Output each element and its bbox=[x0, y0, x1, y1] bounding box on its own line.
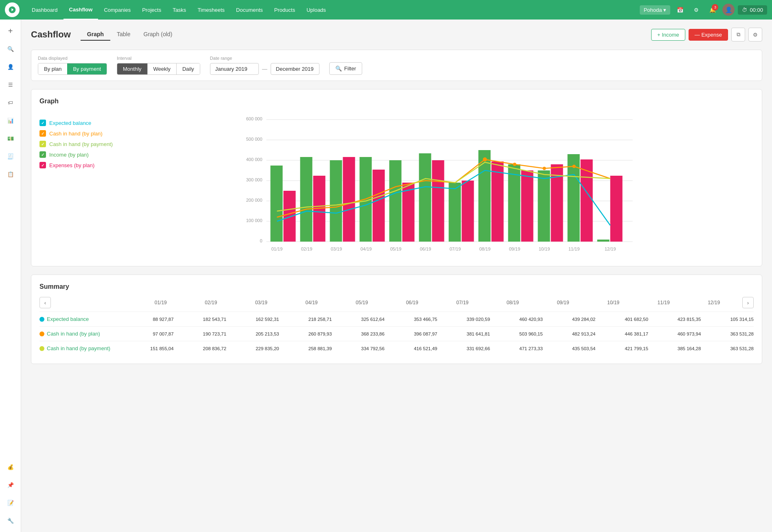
tab-graph[interactable]: Graph bbox=[81, 28, 110, 41]
sidebar-invoice-btn[interactable]: 🧾 bbox=[2, 148, 19, 164]
date-from-input[interactable] bbox=[210, 63, 259, 75]
tab-graph-old[interactable]: Graph (old) bbox=[137, 28, 179, 41]
svg-rect-26 bbox=[449, 183, 461, 242]
svg-text:12/19: 12/19 bbox=[605, 246, 616, 251]
sidebar-bottom-4[interactable]: 🔧 bbox=[2, 512, 19, 529]
copy-icon-btn[interactable]: ⧉ bbox=[731, 28, 745, 41]
svg-text:07/19: 07/19 bbox=[450, 246, 461, 251]
sidebar-bottom-3[interactable]: 📝 bbox=[2, 495, 19, 511]
graph-content: ✓ Expected balance ✓ Cash in hand (by pl… bbox=[39, 111, 754, 258]
cashflow-chart: .grid-line { stroke: #e0e0e0; stroke-wid… bbox=[121, 111, 754, 258]
label-spacer bbox=[54, 300, 136, 305]
svg-rect-25 bbox=[432, 160, 444, 242]
svg-text:04/19: 04/19 bbox=[361, 246, 372, 251]
date-to-input[interactable] bbox=[271, 63, 319, 75]
nav-link-companies[interactable]: Companies bbox=[98, 0, 136, 20]
nav-link-projects[interactable]: Projects bbox=[136, 0, 167, 20]
calendar-icon-btn[interactable]: 📅 bbox=[674, 3, 687, 16]
cash-in-hand-payment-link[interactable]: Cash in hand (by payment) bbox=[47, 345, 110, 351]
summary-row-expected: Expected balance 88 927,87 182 543,71 16… bbox=[39, 312, 754, 326]
svg-text:400 000: 400 000 bbox=[246, 157, 262, 162]
expected-balance-link[interactable]: Expected balance bbox=[47, 316, 89, 322]
avatar[interactable]: 👤 bbox=[722, 4, 735, 16]
date-range-inputs: — bbox=[210, 63, 319, 75]
cpm-val-5: 334 792,56 bbox=[332, 346, 385, 351]
cp-val-9: 482 913,24 bbox=[543, 331, 596, 336]
months-header: 01/19 02/19 03/19 04/19 05/19 06/19 07/1… bbox=[54, 300, 739, 305]
svg-rect-29 bbox=[492, 161, 504, 242]
cpm-val-6: 416 521,49 bbox=[385, 346, 437, 351]
cpm-val-1: 151 855,04 bbox=[121, 346, 174, 351]
svg-rect-14 bbox=[271, 166, 283, 242]
legend-item-plan[interactable]: ✓ Cash in hand (by plan) bbox=[39, 130, 121, 137]
month-col-8: 08/19 bbox=[488, 300, 538, 305]
nav-logo[interactable] bbox=[5, 2, 20, 17]
copy-icon: ⧉ bbox=[737, 31, 740, 38]
nav-link-timesheets[interactable]: Timesheets bbox=[192, 0, 230, 20]
monthly-btn[interactable]: Monthly bbox=[117, 63, 147, 74]
cp-val-3: 205 213,53 bbox=[226, 331, 279, 336]
svg-text:500 000: 500 000 bbox=[246, 137, 262, 142]
nav-link-dashboard[interactable]: Dashboard bbox=[26, 0, 63, 20]
filter-button[interactable]: 🔍 Filter bbox=[329, 62, 362, 75]
svg-rect-30 bbox=[508, 164, 520, 242]
by-plan-btn[interactable]: By plan bbox=[38, 63, 67, 74]
nav-link-documents[interactable]: Documents bbox=[230, 0, 269, 20]
sidebar-search-btn[interactable]: 🔍 bbox=[2, 41, 19, 57]
svg-text:200 000: 200 000 bbox=[246, 198, 262, 203]
next-months-btn[interactable]: › bbox=[742, 297, 754, 308]
eb-val-9: 439 284,02 bbox=[543, 317, 596, 322]
svg-text:0: 0 bbox=[260, 238, 262, 243]
svg-rect-27 bbox=[462, 181, 474, 242]
filters-bar: Data displayed By plan By payment Interv… bbox=[31, 50, 762, 81]
eb-val-4: 218 258,71 bbox=[279, 317, 332, 322]
filter-icon-btn[interactable]: ⚙ bbox=[748, 28, 762, 41]
sidebar-dollar-btn[interactable]: 💵 bbox=[2, 130, 19, 146]
income-button[interactable]: + Income bbox=[651, 29, 685, 41]
sidebar-bottom-2[interactable]: 📌 bbox=[2, 477, 19, 493]
svg-rect-36 bbox=[597, 240, 610, 242]
sidebar-table-btn[interactable]: 📋 bbox=[2, 166, 19, 182]
svg-rect-32 bbox=[538, 170, 550, 242]
company-selector[interactable]: Pohoda ▾ bbox=[640, 5, 671, 15]
sidebar-bottom-1[interactable]: 💰 bbox=[2, 459, 19, 475]
svg-rect-31 bbox=[521, 170, 534, 242]
cash-in-hand-plan-link[interactable]: Cash in hand (by plan) bbox=[47, 331, 100, 337]
expense-button[interactable]: — Expense bbox=[689, 29, 728, 41]
legend-item-expenses[interactable]: ✓ Expenses (by plan) bbox=[39, 162, 121, 168]
sidebar-report-btn[interactable]: 📊 bbox=[2, 112, 19, 129]
tab-table[interactable]: Table bbox=[110, 28, 137, 41]
summary-nav-row: ‹ 01/19 02/19 03/19 04/19 05/19 06/19 07… bbox=[39, 297, 754, 308]
gear-icon: ⚙ bbox=[694, 7, 699, 13]
svg-rect-22 bbox=[389, 160, 402, 242]
cp-val-2: 190 723,71 bbox=[174, 331, 227, 336]
notifications-icon-btn[interactable]: 🔔 3 bbox=[706, 3, 719, 16]
svg-rect-21 bbox=[373, 170, 385, 242]
summary-title: Summary bbox=[39, 283, 754, 290]
sidebar-list-btn[interactable]: ☰ bbox=[2, 76, 19, 93]
nav-link-cashflow[interactable]: Cashflow bbox=[63, 0, 98, 20]
main-content: Cashflow Graph Table Graph (old) + Incom… bbox=[21, 20, 772, 532]
daily-btn[interactable]: Daily bbox=[176, 63, 200, 74]
nav-link-tasks[interactable]: Tasks bbox=[167, 0, 192, 20]
weekly-btn[interactable]: Weekly bbox=[147, 63, 176, 74]
svg-text:600 000: 600 000 bbox=[246, 116, 262, 121]
cpm-val-9: 435 503,54 bbox=[543, 346, 596, 351]
cpm-val-2: 208 836,72 bbox=[174, 346, 227, 351]
legend-item-payment[interactable]: ✓ Cash in hand (by payment) bbox=[39, 141, 121, 147]
clock-icon: ⏱ bbox=[742, 7, 747, 13]
legend-item-income[interactable]: ✓ Income (by plan) bbox=[39, 151, 121, 158]
legend-item-expected[interactable]: ✓ Expected balance bbox=[39, 120, 121, 126]
nav-link-products[interactable]: Products bbox=[269, 0, 301, 20]
cpm-val-3: 229 835,20 bbox=[226, 346, 279, 351]
prev-months-btn[interactable]: ‹ bbox=[39, 297, 51, 308]
sidebar-tag-btn[interactable]: 🏷 bbox=[2, 94, 19, 111]
month-col-3: 03/19 bbox=[236, 300, 286, 305]
nav-link-uploads[interactable]: Uploads bbox=[301, 0, 332, 20]
sidebar-add-btn[interactable]: + bbox=[2, 23, 19, 39]
cp-val-6: 396 087,97 bbox=[385, 331, 437, 336]
sidebar-contacts-btn[interactable]: 👤 bbox=[2, 59, 19, 75]
person-icon: 👤 bbox=[7, 64, 14, 70]
settings-icon-btn[interactable]: ⚙ bbox=[690, 3, 703, 16]
by-payment-btn[interactable]: By payment bbox=[67, 63, 107, 74]
